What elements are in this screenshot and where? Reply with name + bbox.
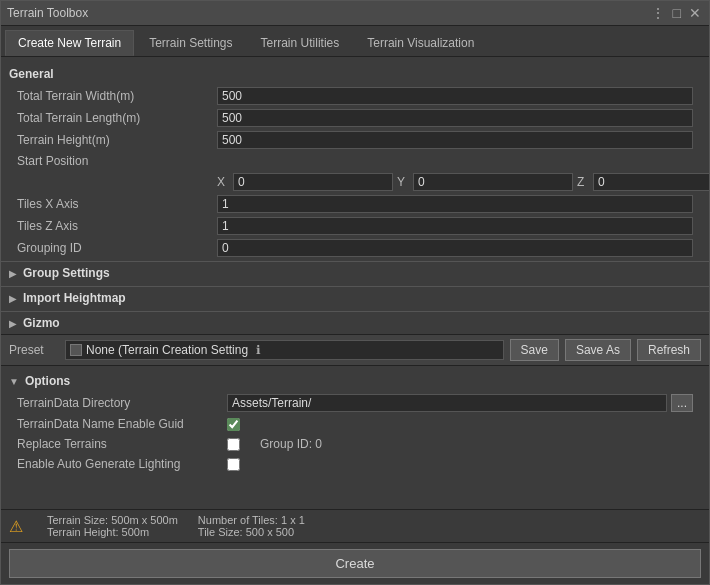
terrain-data-dir-input-row: ... — [227, 394, 693, 412]
status-tile-size: Tile Size: 500 x 500 — [198, 526, 305, 538]
options-title: Options — [25, 374, 70, 388]
create-button[interactable]: Create — [9, 549, 701, 578]
gizmo-arrow: ▶ — [9, 318, 17, 329]
terrain-data-dir-row: TerrainData Directory ... — [1, 392, 709, 414]
total-terrain-length-label: Total Terrain Length(m) — [17, 111, 217, 125]
grouping-id-row: Grouping ID — [1, 237, 709, 259]
total-terrain-width-input[interactable] — [217, 87, 693, 105]
total-terrain-width-row: Total Terrain Width(m) — [1, 85, 709, 107]
menu-icon[interactable]: ⋮ — [649, 5, 667, 21]
terrain-height-row: Terrain Height(m) — [1, 129, 709, 151]
tiles-z-axis-input[interactable] — [217, 217, 693, 235]
terrain-data-dir-browse-button[interactable]: ... — [671, 394, 693, 412]
x-label: X — [217, 175, 229, 189]
terrain-toolbox-window: Terrain Toolbox ⋮ □ ✕ Create New Terrain… — [0, 0, 710, 585]
replace-terrains-checkbox[interactable] — [227, 438, 240, 451]
grouping-id-input[interactable] — [217, 239, 693, 257]
preset-bar: Preset None (Terrain Creation Setting ℹ … — [1, 334, 709, 366]
preset-select[interactable]: None (Terrain Creation Setting ℹ — [65, 340, 504, 360]
preset-value: None (Terrain Creation Setting — [86, 343, 248, 357]
preset-checkbox[interactable] — [70, 344, 82, 356]
options-section: ▼ Options TerrainData Directory ... Terr… — [1, 366, 709, 478]
close-icon[interactable]: ✕ — [687, 5, 703, 21]
status-terrain-height: Terrain Height: 500m — [47, 526, 178, 538]
create-button-row: Create — [1, 542, 709, 584]
window-controls: ⋮ □ ✕ — [649, 5, 703, 21]
terrain-data-name-guid-checkbox[interactable] — [227, 418, 240, 431]
status-left: Terrain Size: 500m x 500m Terrain Height… — [47, 514, 178, 538]
start-position-label-row: Start Position — [1, 151, 709, 171]
total-terrain-width-label: Total Terrain Width(m) — [17, 89, 217, 103]
refresh-button[interactable]: Refresh — [637, 339, 701, 361]
status-terrain-size: Terrain Size: 500m x 500m — [47, 514, 178, 526]
save-as-button[interactable]: Save As — [565, 339, 631, 361]
tiles-x-axis-row: Tiles X Axis — [1, 193, 709, 215]
preset-label: Preset — [9, 343, 59, 357]
title-bar: Terrain Toolbox ⋮ □ ✕ — [1, 1, 709, 26]
group-id-label: Group ID: 0 — [260, 437, 322, 451]
y-label: Y — [397, 175, 409, 189]
xyz-group: X Y Z — [217, 173, 709, 191]
auto-generate-lighting-checkbox[interactable] — [227, 458, 240, 471]
preset-info-icon: ℹ — [256, 343, 261, 357]
tab-terrain-visualization[interactable]: Terrain Visualization — [354, 30, 487, 56]
tiles-x-axis-input[interactable] — [217, 195, 693, 213]
options-arrow: ▼ — [9, 376, 19, 387]
terrain-data-name-guid-label: TerrainData Name Enable Guid — [17, 417, 227, 431]
tiles-z-axis-row: Tiles Z Axis — [1, 215, 709, 237]
tiles-z-axis-label: Tiles Z Axis — [17, 219, 217, 233]
z-label: Z — [577, 175, 589, 189]
window-title: Terrain Toolbox — [7, 6, 88, 20]
x-input[interactable] — [233, 173, 393, 191]
main-content: General Total Terrain Width(m) Total Ter… — [1, 57, 709, 509]
auto-generate-lighting-label: Enable Auto Generate Lighting — [17, 457, 227, 471]
group-settings-title: Group Settings — [23, 266, 110, 280]
tab-terrain-settings[interactable]: Terrain Settings — [136, 30, 245, 56]
tab-terrain-utilities[interactable]: Terrain Utilities — [248, 30, 353, 56]
terrain-data-dir-label: TerrainData Directory — [17, 396, 227, 410]
import-heightmap-section: ▶ Import Heightmap — [1, 286, 709, 309]
status-num-tiles: Number of Tiles: 1 x 1 — [198, 514, 305, 526]
gizmo-header[interactable]: ▶ Gizmo — [1, 312, 709, 334]
z-input[interactable] — [593, 173, 709, 191]
terrain-data-dir-input[interactable] — [227, 394, 667, 412]
group-settings-header[interactable]: ▶ Group Settings — [1, 262, 709, 284]
tab-bar: Create New Terrain Terrain Settings Terr… — [1, 26, 709, 57]
replace-terrains-label: Replace Terrains — [17, 437, 227, 451]
tab-create-new-terrain[interactable]: Create New Terrain — [5, 30, 134, 56]
total-terrain-length-row: Total Terrain Length(m) — [1, 107, 709, 129]
group-settings-section: ▶ Group Settings — [1, 261, 709, 284]
terrain-height-label: Terrain Height(m) — [17, 133, 217, 147]
grouping-id-label: Grouping ID — [17, 241, 217, 255]
import-heightmap-arrow: ▶ — [9, 293, 17, 304]
gizmo-title: Gizmo — [23, 316, 60, 330]
replace-terrains-row: Replace Terrains Group ID: 0 — [1, 434, 709, 454]
status-right: Number of Tiles: 1 x 1 Tile Size: 500 x … — [198, 514, 305, 538]
total-terrain-length-input[interactable] — [217, 109, 693, 127]
auto-generate-lighting-row: Enable Auto Generate Lighting — [1, 454, 709, 474]
terrain-height-input[interactable] — [217, 131, 693, 149]
general-section-header: General — [1, 63, 709, 85]
save-button[interactable]: Save — [510, 339, 559, 361]
group-settings-arrow: ▶ — [9, 268, 17, 279]
gizmo-section: ▶ Gizmo — [1, 311, 709, 334]
start-position-inputs-row: X Y Z — [1, 171, 709, 193]
start-position-label: Start Position — [17, 154, 217, 168]
import-heightmap-title: Import Heightmap — [23, 291, 126, 305]
maximize-icon[interactable]: □ — [671, 5, 683, 21]
tiles-x-axis-label: Tiles X Axis — [17, 197, 217, 211]
terrain-data-name-guid-row: TerrainData Name Enable Guid — [1, 414, 709, 434]
status-bar: ⚠ Terrain Size: 500m x 500m Terrain Heig… — [1, 509, 709, 542]
import-heightmap-header[interactable]: ▶ Import Heightmap — [1, 287, 709, 309]
status-warning-icon: ⚠ — [9, 517, 23, 536]
y-input[interactable] — [413, 173, 573, 191]
options-header[interactable]: ▼ Options — [1, 370, 709, 392]
